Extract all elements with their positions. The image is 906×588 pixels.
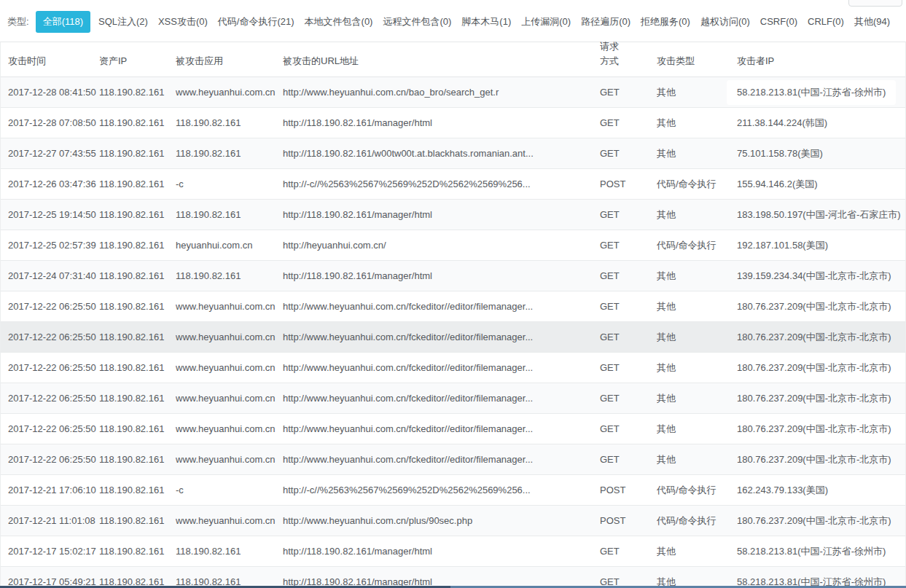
filter-tab-label: 全部(118)	[43, 16, 83, 27]
cell-attack-type: 其他	[657, 147, 737, 160]
cell-asset-ip: 118.190.82.161	[99, 332, 176, 342]
table-row[interactable]: 2017-12-28 07:08:50 118.190.82.161 118.1…	[1, 108, 905, 138]
table-row[interactable]: 2017-12-21 17:06:10 118.190.82.161 -c ht…	[1, 475, 905, 506]
cell-request-method: GET	[600, 362, 657, 373]
cell-attacked-app: 118.190.82.161	[176, 270, 283, 281]
table-row[interactable]: 2017-12-17 15:02:17 118.190.82.161 118.1…	[1, 536, 905, 567]
cell-asset-ip: 118.190.82.161	[99, 240, 176, 251]
top-right-cutoff-button[interactable]	[848, 0, 902, 7]
table-row[interactable]: 2017-12-22 06:25:50 118.190.82.161 www.h…	[1, 322, 905, 353]
filter-tab[interactable]: 越权访问(0)	[695, 11, 755, 33]
cell-attacked-url: http://118.190.82.161/manager/html	[283, 546, 600, 557]
cell-attacked-app: www.heyuanhui.com.cn	[176, 301, 283, 312]
table-row[interactable]: 2017-12-22 06:25:50 118.190.82.161 www.h…	[1, 383, 905, 414]
filter-tab-label: CRLF(0)	[808, 16, 844, 27]
table-row[interactable]: 2017-12-25 02:57:39 118.190.82.161 heyua…	[1, 230, 905, 261]
attacker-ip-value: 180.76.237.209(中国-北京市-北京市)	[737, 300, 891, 313]
type-filter-bar: 类型: 全部(118) SQL注入(2) XSS攻击(0) 代码/命令执行(21…	[0, 0, 906, 42]
filter-tab[interactable]: 拒绝服务(0)	[636, 11, 695, 33]
cell-attack-type: 代码/命令执行	[657, 484, 737, 497]
filter-tab[interactable]: 代码/命令执行(21)	[213, 11, 300, 33]
cell-attack-type: 代码/命令执行	[657, 514, 737, 528]
filter-tab-label: XSS攻击(0)	[158, 16, 208, 27]
cell-attack-time: 2017-12-17 15:02:17	[8, 546, 99, 557]
cell-asset-ip: 118.190.82.161	[99, 87, 176, 98]
filter-tab[interactable]: CRLF(0)	[802, 12, 849, 31]
header-attack-time: 攻击时间	[8, 55, 99, 68]
cell-asset-ip: 118.190.82.161	[99, 362, 176, 373]
filter-tab[interactable]: 路径遍历(0)	[576, 11, 636, 33]
cell-asset-ip: 118.190.82.161	[99, 270, 176, 281]
filter-tab[interactable]: 远程文件包含(0)	[378, 11, 456, 33]
cell-asset-ip: 118.190.82.161	[99, 423, 176, 434]
table-row[interactable]: 2017-12-22 06:25:50 118.190.82.161 www.h…	[1, 353, 905, 383]
table-row[interactable]: 2017-12-22 06:25:50 118.190.82.161 www.h…	[1, 291, 905, 322]
cell-request-method: GET	[600, 423, 657, 434]
cell-attack-time: 2017-12-22 06:25:50	[8, 362, 99, 373]
cell-attacker-ip: 180.76.237.209(中国-北京市-北京市)	[737, 300, 905, 313]
cell-attacker-ip: 180.76.237.209(中国-北京市-北京市)	[737, 331, 905, 344]
attacker-ip-value: 180.76.237.209(中国-北京市-北京市)	[737, 361, 891, 375]
filter-tab-label: 拒绝服务(0)	[641, 16, 690, 27]
filter-label: 类型:	[7, 15, 29, 28]
cell-attacker-ip: 192.187.101.58(美国)	[737, 239, 905, 252]
cell-attacked-app: www.heyuanhui.com.cn	[176, 393, 283, 404]
filter-tab[interactable]: CSRF(0)	[755, 12, 802, 31]
filter-tab[interactable]: XSS攻击(0)	[153, 11, 213, 33]
attacker-ip-value: 183.198.50.197(中国-河北省-石家庄市)	[737, 208, 901, 222]
filter-tab-label: 上传漏洞(0)	[521, 16, 571, 27]
cell-attack-time: 2017-12-26 03:47:36	[8, 179, 99, 189]
cell-attacked-url: http://www.heyuanhui.com.cn/fckeditor//e…	[283, 423, 600, 434]
cell-attack-type: 代码/命令执行	[657, 239, 737, 252]
table-row[interactable]: 2017-12-17 05:49:21 118.190.82.161 118.1…	[1, 567, 905, 588]
cell-asset-ip: 118.190.82.161	[99, 148, 176, 159]
table-row[interactable]: 2017-12-22 06:25:50 118.190.82.161 www.h…	[1, 444, 905, 475]
cell-attacked-app: 118.190.82.161	[176, 546, 283, 557]
cell-asset-ip: 118.190.82.161	[99, 454, 176, 465]
cell-attacker-ip: 58.218.213.81(中国-江苏省-徐州市)	[737, 80, 905, 105]
header-attacked-url: 被攻击的URL地址	[283, 55, 600, 68]
cell-attack-type: 其他	[657, 117, 737, 130]
cell-request-method: POST	[600, 179, 657, 189]
cell-attack-time: 2017-12-24 07:31:40	[8, 270, 99, 281]
filter-tab[interactable]: SQL注入(2)	[93, 11, 153, 33]
cell-attack-time: 2017-12-25 19:14:50	[8, 209, 99, 220]
cell-attack-time: 2017-12-21 11:01:08	[8, 515, 99, 526]
table-row[interactable]: 2017-12-26 03:47:36 118.190.82.161 -c ht…	[1, 169, 905, 200]
attacker-ip-value: 180.76.237.209(中国-北京市-北京市)	[737, 423, 891, 436]
attacker-ip-value: 180.76.237.209(中国-北京市-北京市)	[737, 331, 891, 344]
cell-attacked-app: www.heyuanhui.com.cn	[176, 362, 283, 373]
filter-tabs: 全部(118) SQL注入(2) XSS攻击(0) 代码/命令执行(21) 本地…	[36, 11, 895, 33]
cell-attacker-ip: 75.101.158.78(美国)	[737, 147, 905, 160]
filter-tab[interactable]: 上传漏洞(0)	[516, 11, 576, 33]
cell-attack-time: 2017-12-28 07:08:50	[8, 117, 99, 128]
table-row[interactable]: 2017-12-25 19:14:50 118.190.82.161 118.1…	[1, 200, 905, 230]
table-row[interactable]: 2017-12-24 07:31:40 118.190.82.161 118.1…	[1, 261, 905, 291]
filter-tab[interactable]: 脚本木马(1)	[456, 11, 516, 33]
header-request-method-label: 请求方式	[600, 39, 622, 68]
table-row[interactable]: 2017-12-27 07:43:55 118.190.82.161 118.1…	[1, 138, 905, 169]
table-row[interactable]: 2017-12-28 08:41:50 118.190.82.161 www.h…	[1, 77, 905, 108]
cell-attacker-ip: 180.76.237.209(中国-北京市-北京市)	[737, 423, 905, 436]
cell-request-method: GET	[600, 454, 657, 465]
attacker-ip-value: 58.218.213.81(中国-江苏省-徐州市)	[727, 80, 896, 105]
cell-request-method: POST	[600, 485, 657, 495]
cell-attack-type: 其他	[657, 331, 737, 344]
cell-attacker-ip: 183.198.50.197(中国-河北省-石家庄市)	[737, 208, 905, 222]
cell-attack-type: 其他	[657, 208, 737, 222]
attacker-ip-value: 75.101.158.78(美国)	[737, 147, 823, 160]
filter-tab[interactable]: 全部(118)	[36, 11, 90, 33]
table-row[interactable]: 2017-12-21 11:01:08 118.190.82.161 www.h…	[1, 506, 905, 536]
cell-attack-type: 其他	[657, 86, 737, 99]
cell-attack-type: 其他	[657, 361, 737, 375]
filter-tab[interactable]: 本地文件包含(0)	[300, 11, 378, 33]
filter-tab[interactable]: 其他(94)	[849, 11, 895, 33]
attacker-ip-value: 211.38.144.224(韩国)	[737, 117, 827, 130]
filter-tab-label: SQL注入(2)	[98, 16, 148, 27]
cell-attacker-ip: 180.76.237.209(中国-北京市-北京市)	[737, 514, 905, 528]
filter-tab-label: 路径遍历(0)	[581, 16, 630, 27]
attacker-ip-value: 139.159.234.34(中国-北京市-北京市)	[737, 270, 891, 283]
cell-attacked-app: heyuanhui.com.cn	[176, 240, 283, 251]
cell-attacked-app: -c	[176, 179, 283, 189]
table-row[interactable]: 2017-12-22 06:25:50 118.190.82.161 www.h…	[1, 414, 905, 444]
